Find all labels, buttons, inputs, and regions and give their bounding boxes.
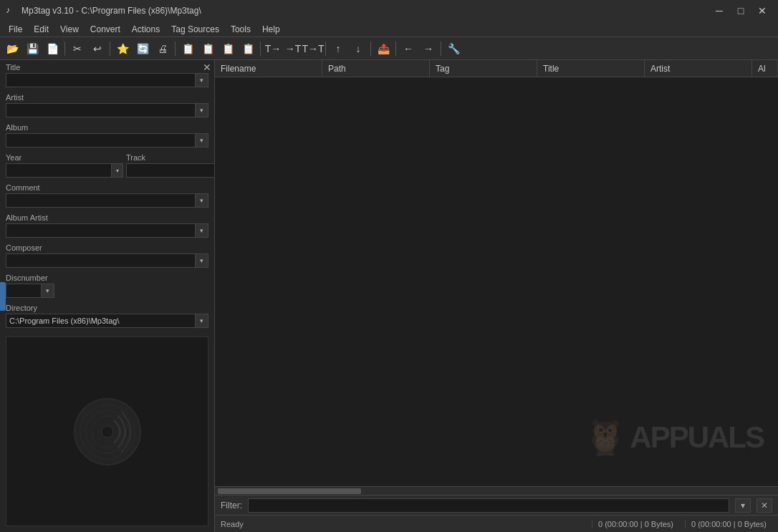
album-art-area[interactable] [6,337,208,526]
field-group-albumartist: Album Artist ▾ [0,211,214,241]
toolbar-export[interactable]: 📤 [374,39,393,58]
field-input-row-album: ▾ [6,133,208,147]
artist-input[interactable] [6,103,196,117]
toolbar-sep-5 [325,42,326,56]
toolbar-right[interactable]: → [419,39,438,58]
toolbar-save[interactable]: 💾 [23,39,42,58]
year-input-row: ▾ [6,163,123,178]
directory-input[interactable] [6,314,196,328]
left-panel-close[interactable]: ✕ [203,62,211,73]
col-header-tag[interactable]: Tag [430,60,537,77]
file-list-header: Filename Path Tag Title Artist Al [215,60,778,77]
discnumber-dropdown-btn[interactable]: ▾ [42,284,54,298]
field-group-comment: Comment ▾ [0,180,214,211]
status-right: 0 (00:00:00 | 0 Bytes) 0 (00:00:00 | 0 B… [592,520,772,528]
menu-item-actions[interactable]: Actions [126,23,165,36]
composer-input[interactable] [6,253,196,268]
col-header-filename[interactable]: Filename [215,60,322,77]
toolbar: 📂 💾 📄 ✂ ↩ ⭐ 🔄 🖨 📋 📋 📋 📋 T→ →T T→T ↑ ↓ 📤 … [0,37,778,60]
field-label-comment: Comment [6,183,208,192]
toolbar-copy2[interactable]: 📋 [198,39,217,58]
toolbar-copy1[interactable]: 📋 [178,39,197,58]
toolbar-sep-4 [260,42,261,56]
file-list-body[interactable]: 🦉 APPUALS [215,77,778,486]
field-label-title: Title [6,63,208,72]
maximize-button[interactable]: □ [731,4,751,18]
field-input-row-composer: ▾ [6,253,208,268]
title-dropdown-btn[interactable]: ▾ [196,73,208,87]
menu-item-edit[interactable]: Edit [28,23,54,36]
toolbar-sep-7 [395,42,396,56]
menu-item-help[interactable]: Help [256,23,286,36]
filter-input[interactable] [248,498,729,513]
discnumber-input[interactable] [6,284,42,298]
artist-dropdown-btn[interactable]: ▾ [196,103,208,117]
comment-dropdown-btn[interactable]: ▾ [196,193,208,208]
field-group-track: Track ▾ [126,153,215,178]
col-header-artist[interactable]: Artist [645,60,752,77]
field-input-row-title: ▾ [6,73,208,87]
filter-dropdown-btn[interactable]: ▾ [735,498,751,513]
toolbar-undo[interactable]: ↩ [88,39,107,58]
col-header-al[interactable]: Al [752,60,778,77]
watermark-owl-icon: 🦉 [584,417,627,458]
field-label-discnumber: Discnumber [6,274,208,282]
toolbar-copy4[interactable]: 📋 [239,39,257,58]
toolbar-new[interactable]: 📄 [43,39,62,58]
minimize-button[interactable]: ─ [709,4,729,18]
field-label-track: Track [126,153,215,162]
menu-item-file[interactable]: File [3,23,28,36]
left-edge-indicator [0,282,6,311]
album-input[interactable] [6,133,196,147]
scroll-thumb[interactable] [218,488,361,494]
field-label-artist: Artist [6,93,208,102]
svg-point-4 [102,426,113,437]
albumartist-dropdown-btn[interactable]: ▾ [196,223,208,238]
filter-clear-btn[interactable]: ✕ [757,498,772,513]
toolbar-cut[interactable]: ✂ [68,39,87,58]
col-header-title[interactable]: Title [537,60,645,77]
status-ready: Ready [221,520,244,528]
menu-bar: File Edit View Convert Actions Tag Sourc… [0,21,778,37]
toolbar-tools[interactable]: 🔧 [444,39,463,58]
status-bar: Ready 0 (00:00:00 | 0 Bytes) 0 (00:00:00… [215,515,778,532]
toolbar-open-folder[interactable]: 📂 [3,39,21,58]
menu-item-convert[interactable]: Convert [85,23,126,36]
year-track-genre-row: Year ▾ Track ▾ Genre ▾ [0,150,214,180]
toolbar-tag-to-filename[interactable]: T→ [264,39,282,58]
toolbar-favorite[interactable]: ⭐ [113,39,132,58]
toolbar-filename-to-tag[interactable]: →T [284,39,302,58]
toolbar-sep-6 [370,42,371,56]
directory-dropdown-btn[interactable]: ▾ [196,314,208,328]
field-label-directory: Directory [6,304,208,312]
composer-dropdown-btn[interactable]: ▾ [196,253,208,268]
year-input[interactable] [6,163,112,178]
close-button[interactable]: ✕ [752,4,772,18]
menu-item-tagsources[interactable]: Tag Sources [165,23,225,36]
field-group-title: Title ▾ [0,60,214,90]
watermark-text: APPUALS [630,420,764,455]
field-input-row-albumartist: ▾ [6,223,208,238]
year-dropdown-btn[interactable]: ▾ [112,163,123,178]
status-stats1: 0 (00:00:00 | 0 Bytes) [592,520,679,528]
toolbar-up[interactable]: ↑ [329,39,347,58]
left-panel: ✕ Title ▾ Artist ▾ Album ▾ [0,60,215,532]
menu-item-view[interactable]: View [54,23,85,36]
menu-item-tools[interactable]: Tools [225,23,256,36]
toolbar-left[interactable]: ← [399,39,418,58]
album-dropdown-btn[interactable]: ▾ [196,133,208,147]
col-header-path[interactable]: Path [322,60,430,77]
filter-bar: Filter: ▾ ✕ [215,495,778,515]
toolbar-print[interactable]: 🖨 [153,39,172,58]
albumartist-input[interactable] [6,223,196,238]
toolbar-down[interactable]: ↓ [349,39,368,58]
track-input[interactable] [126,163,215,178]
file-list-scrollbar[interactable] [215,486,778,495]
title-bar-text: Mp3tag v3.10 - C:\Program Files (x86)\Mp… [21,6,201,16]
title-input[interactable] [6,73,196,87]
title-bar: ♪ Mp3tag v3.10 - C:\Program Files (x86)\… [0,0,778,21]
toolbar-copy3[interactable]: 📋 [218,39,237,58]
toolbar-tag-to-tag[interactable]: T→T [304,39,322,58]
toolbar-reload[interactable]: 🔄 [133,39,152,58]
comment-input[interactable] [6,193,196,208]
